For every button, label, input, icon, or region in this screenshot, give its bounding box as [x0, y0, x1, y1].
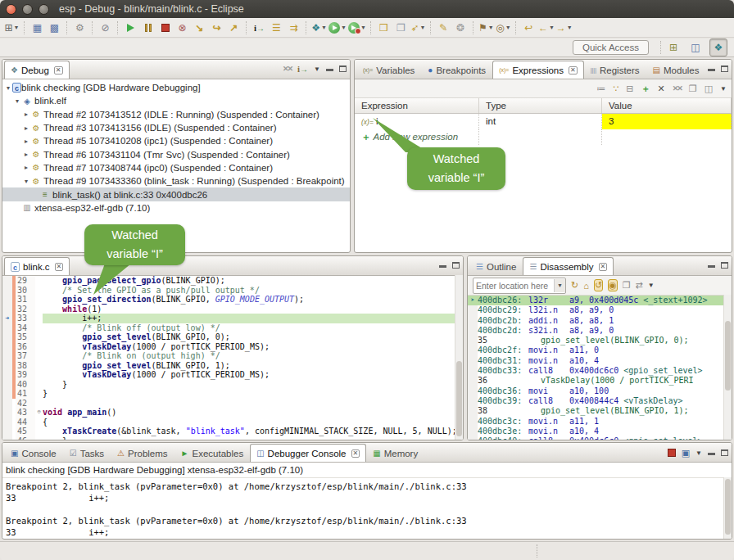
debug-tree-item[interactable]: ▸⚙Thread #7 1073408744 (ipc0) (Suspended…: [2, 161, 350, 174]
refresh-icon[interactable]: ↻: [571, 280, 578, 291]
bookmarks-icon[interactable]: ◎▼: [495, 20, 512, 36]
tab-debug[interactable]: ❖ Debug ✕: [4, 61, 70, 79]
home-icon[interactable]: ⌂: [583, 281, 589, 291]
instruction-pointer-margin[interactable]: [468, 406, 478, 416]
code-editor[interactable]: 29 gpio_pad_select_gpio(BLINK_GPIO);30 /…: [2, 276, 463, 440]
tab-expressions[interactable]: (x)=Expressions✕: [492, 61, 584, 79]
disassembly-scrollbar[interactable]: [723, 295, 732, 440]
view-menu-icon[interactable]: ▼: [314, 65, 320, 73]
close-icon[interactable]: ✕: [54, 66, 63, 75]
console-output[interactable]: Breakpoint 2, blink_task (pvParameter=0x…: [2, 478, 732, 538]
tab-outline[interactable]: ☰Outline: [469, 257, 523, 275]
breakpoint-margin[interactable]: [2, 332, 12, 342]
debug-tree-item[interactable]: ▾cblink checking [GDB Hardware Debugging…: [2, 81, 350, 94]
maximize-icon[interactable]: [339, 65, 347, 72]
breakpoint-margin[interactable]: [2, 418, 12, 427]
instruction-pointer-margin[interactable]: [468, 316, 478, 326]
disassembly-listing[interactable]: ➤400dbc26:l32ra9, 0x400d045c <_stext+109…: [468, 296, 732, 440]
twisty-icon[interactable]: ▸: [22, 164, 30, 171]
scrollbar-thumb[interactable]: [725, 479, 731, 535]
breakpoint-margin[interactable]: [2, 370, 12, 380]
column-header-type[interactable]: Type: [479, 98, 602, 113]
tab-disassembly[interactable]: ☰Disassembly✕: [523, 257, 614, 275]
breakpoint-margin[interactable]: [2, 305, 12, 314]
run-icon[interactable]: ▼: [328, 20, 347, 36]
breakpoint-margin[interactable]: [2, 323, 12, 333]
instruction-pointer-margin[interactable]: [468, 305, 478, 315]
chevron-down-icon[interactable]: ▼: [419, 25, 425, 30]
minimize-icon[interactable]: [439, 265, 446, 268]
detail-pane-icon[interactable]: ◫: [705, 84, 713, 94]
tab-executables[interactable]: ►Executables: [174, 444, 251, 462]
back-icon[interactable]: ←▼: [537, 20, 555, 36]
breakpoint-margin[interactable]: [2, 351, 12, 361]
chevron-down-icon[interactable]: ▼: [341, 25, 347, 30]
suspend-icon[interactable]: [139, 20, 156, 36]
view-menu-icon[interactable]: ▼: [720, 85, 727, 93]
tab-console[interactable]: ▣Console: [4, 444, 63, 462]
collapse-all-icon[interactable]: ⊟: [626, 84, 633, 94]
instruction-pointer-margin[interactable]: [468, 356, 478, 366]
disconnect-icon[interactable]: ⊗: [174, 20, 191, 36]
chevron-down-icon[interactable]: ▼: [505, 25, 511, 30]
twisty-icon[interactable]: ▾: [13, 97, 21, 105]
debug-tree-item[interactable]: ▸⚙Thread #3 1073413156 (IDLE) (Suspended…: [2, 121, 350, 134]
pin-editor-icon[interactable]: ⚑▼: [478, 20, 495, 36]
close-icon[interactable]: ✕: [599, 263, 608, 271]
chevron-down-icon[interactable]: ▼: [14, 25, 20, 30]
launch-history-icon[interactable]: ➶▼: [410, 20, 427, 36]
instruction-pointer-margin[interactable]: [468, 376, 478, 386]
twisty-icon[interactable]: ▸: [22, 124, 30, 132]
debug-perspective-button[interactable]: ❖: [709, 38, 727, 56]
new-view-icon[interactable]: ❐: [623, 280, 631, 291]
editor-scrollbar[interactable]: [455, 275, 463, 440]
breakpoint-margin[interactable]: [2, 342, 12, 352]
instruction-pointer-margin[interactable]: [468, 427, 478, 436]
save-icon[interactable]: ▦: [29, 20, 46, 36]
new-wizard-icon[interactable]: ⊞▼: [3, 20, 20, 36]
instruction-pointer-margin[interactable]: [468, 336, 478, 345]
step-return-icon[interactable]: ↗: [225, 20, 242, 36]
remove-expression-icon[interactable]: ✕: [657, 84, 664, 94]
breakpoint-margin[interactable]: ➜: [2, 314, 12, 323]
close-icon[interactable]: ✕: [351, 449, 360, 458]
step-into-icon[interactable]: ↘: [191, 20, 208, 36]
save-all-icon[interactable]: ▩: [46, 20, 63, 36]
open-perspective-button[interactable]: ⊞: [665, 39, 682, 56]
breakpoint-margin[interactable]: [2, 427, 12, 436]
tab-variables[interactable]: (x)=Variables: [356, 61, 421, 79]
breakpoint-margin[interactable]: [2, 408, 12, 418]
remove-all-expressions-icon[interactable]: ✕✕: [673, 84, 682, 93]
tab-blink-c[interactable]: c blink.c ✕: [4, 257, 70, 275]
chevron-down-icon[interactable]: ▼: [549, 25, 555, 30]
twisty-icon[interactable]: ▸: [22, 151, 30, 158]
display-console-icon[interactable]: ▣: [682, 448, 690, 458]
tab-memory[interactable]: ▦Memory: [366, 444, 424, 462]
view-menu-icon[interactable]: ▼: [648, 282, 655, 289]
chevron-down-icon[interactable]: ▼: [360, 25, 366, 30]
window-maximize-button[interactable]: [39, 4, 49, 15]
tab-problems[interactable]: ⚠Problems: [111, 444, 174, 462]
breakpoint-margin[interactable]: [2, 276, 12, 286]
quick-access-button[interactable]: Quick Access: [573, 40, 649, 55]
breakpoint-margin[interactable]: [2, 399, 12, 409]
tab-tasks[interactable]: ☑Tasks: [63, 444, 111, 462]
twisty-icon[interactable]: ▾: [4, 84, 12, 92]
debug-tree-item[interactable]: ▸⚙Thread #6 1073431104 (Tmr Svc) (Suspen…: [2, 147, 350, 160]
scrollbar-thumb[interactable]: [725, 321, 731, 391]
chevron-down-icon[interactable]: ▼: [695, 449, 702, 457]
maximize-icon[interactable]: [721, 262, 728, 269]
instruction-stepping-mode-icon[interactable]: i→: [297, 64, 308, 74]
instruction-pointer-margin[interactable]: [468, 326, 478, 336]
sync-with-context-icon[interactable]: ↺: [594, 279, 603, 291]
instruction-pointer-margin[interactable]: ➤: [468, 296, 478, 305]
maximize-icon[interactable]: [721, 449, 728, 456]
build-icon[interactable]: ⚙: [71, 20, 88, 36]
instruction-pointer-margin[interactable]: [468, 396, 478, 406]
debug-config-icon[interactable]: ❖▼: [310, 20, 328, 36]
chevron-down-icon[interactable]: ▼: [567, 25, 573, 30]
column-header-expression[interactable]: Expression: [355, 98, 479, 113]
window-minimize-button[interactable]: [22, 4, 33, 15]
new-view-icon[interactable]: ❐: [689, 84, 697, 94]
use-step-filters-icon[interactable]: ⇉: [285, 20, 302, 36]
